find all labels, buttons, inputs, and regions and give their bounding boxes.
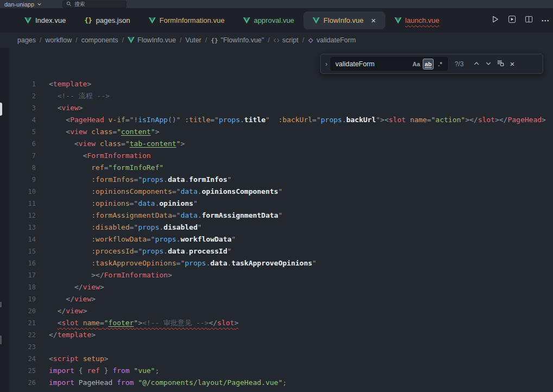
code-token: class	[91, 128, 112, 136]
more-actions-button[interactable]: ⋯	[539, 14, 552, 27]
code-area[interactable]: 1<template>2 <!-- 流程 -->3 <view>4 <PageH…	[0, 48, 553, 392]
close-tab-icon[interactable]: ×	[371, 16, 376, 24]
breadcrumb-separator: /	[180, 36, 181, 44]
code-line[interactable]: 13 :disabled="props.disabled"	[0, 222, 553, 233]
code-token: ></	[91, 271, 104, 279]
code-line[interactable]: 4 <PageHead v-if="!isInApp()" :title="pr…	[0, 114, 553, 126]
code-line[interactable]: 26import PageHead from "@/components/lay…	[0, 377, 553, 389]
code-line[interactable]: 22</template>	[0, 329, 553, 341]
code-line[interactable]: 19 </view>	[0, 293, 553, 305]
code-line[interactable]: 7 <FormInformation	[0, 150, 553, 162]
code-line[interactable]: 6 <view class="tab-content">	[0, 138, 553, 150]
match-case-button[interactable]: Aa	[411, 59, 422, 69]
breadcrumb-item[interactable]: FlowInfo.vue	[128, 36, 176, 44]
breadcrumb-item[interactable]: validateForm	[308, 36, 355, 44]
tab-forminformation-vue[interactable]: FormInformation.vue	[139, 11, 234, 29]
find-in-selection-icon	[497, 59, 504, 69]
code-line[interactable]: 1<template>	[0, 78, 553, 90]
code-token: <	[49, 80, 53, 88]
code-token: >	[104, 355, 109, 363]
tab-label: Index.vue	[35, 16, 66, 24]
code-line[interactable]: 12 :formAssignmentData="data.formAssignm…	[0, 210, 553, 222]
code-token: >	[155, 128, 160, 136]
breadcrumb-item[interactable]: script	[274, 36, 298, 44]
tab-pages-json[interactable]: {}pages.json	[75, 11, 139, 29]
breadcrumb-item[interactable]: components	[81, 36, 118, 44]
editor-actions: ⋯	[484, 8, 553, 33]
code-token: >	[234, 319, 239, 327]
toggle-replace-icon[interactable]: ›	[322, 60, 330, 68]
code-line[interactable]: 17 ></FormInformation>	[0, 269, 553, 281]
code-token: ;	[283, 378, 287, 387]
breadcrumb-label: script	[282, 36, 298, 44]
breadcrumb-label: Vuter	[186, 36, 201, 44]
split-editor-button[interactable]	[522, 14, 535, 27]
code-token: PageHead	[70, 116, 104, 124]
breadcrumb-item[interactable]: workflow	[46, 36, 72, 44]
tab-approval-vue[interactable]: approval.vue	[234, 11, 303, 29]
code-line[interactable]: 15 :processId="props.data.processId"	[0, 245, 553, 257]
code-line[interactable]: 9 :formInfos="props.data.formInfos"	[0, 174, 553, 186]
tab-launch-vue[interactable]: launch.vue	[385, 11, 449, 29]
code-token: =	[172, 211, 176, 219]
code-token: import	[49, 378, 74, 387]
previous-match-button[interactable]	[471, 58, 482, 70]
code-token: =	[125, 116, 130, 124]
run-dev-button[interactable]	[505, 14, 518, 27]
code-token: "	[151, 128, 155, 136]
code-token	[49, 175, 91, 184]
next-match-button[interactable]	[482, 58, 494, 70]
code-token: :backUrl	[278, 116, 313, 124]
code-token: FormInformation	[87, 151, 150, 160]
code-token: "vue"	[134, 366, 155, 375]
vue-icon	[24, 17, 31, 24]
code-line[interactable]: 24<script setup>	[0, 353, 553, 365]
gutter-mark	[0, 302, 2, 307]
code-line[interactable]: 23	[0, 341, 553, 353]
close-find-button[interactable]: ×	[506, 58, 518, 70]
code-line[interactable]: 18 </view>	[0, 281, 553, 293]
command-search-box[interactable]: 搜索	[62, 1, 126, 8]
code-line[interactable]: 10 :opinionsComponents="data.opinionsCom…	[0, 186, 553, 198]
left-gutter-strip	[0, 48, 9, 392]
code-line[interactable]: 20 </view>	[0, 305, 553, 317]
breadcrumb-item[interactable]: Vuter	[186, 36, 201, 44]
find-input[interactable]	[335, 60, 410, 68]
code-line[interactable]: 14 :workflowData="props.workflowData"	[0, 233, 553, 245]
code-line[interactable]: 5 <view class="content">	[0, 126, 553, 138]
breadcrumb-item[interactable]: {}"FlowInfo.vue"	[211, 36, 264, 44]
code-line[interactable]: 8 ref="formInfoRef"	[0, 162, 553, 174]
run-file-button[interactable]	[488, 14, 501, 27]
code-line[interactable]: 2 <!-- 流程 -->	[0, 90, 553, 102]
code-token: PageHead	[507, 116, 542, 124]
code-line[interactable]: 25import { ref } from "vue";	[0, 365, 553, 377]
code-token: content	[121, 128, 151, 136]
code-line[interactable]: 3 <view>	[0, 102, 553, 114]
code-token	[49, 271, 91, 279]
code-token: data	[168, 175, 185, 184]
code-token: ()	[168, 116, 176, 124]
code-text: <view class="tab-content">	[36, 138, 185, 150]
code-token: setup	[83, 355, 104, 363]
activity-indicator	[0, 103, 2, 116]
tab-label: FlowInfo.vue	[323, 16, 364, 24]
regex-button[interactable]: .*	[435, 59, 446, 69]
code-token	[49, 151, 83, 160]
code-line[interactable]: 16 :taskApproveOpinions="props.data.task…	[0, 257, 553, 269]
tab-index-vue[interactable]: Index.vue	[15, 11, 75, 29]
code-line[interactable]: 21 <slot name="footer"><!-- 审批意见 --></sl…	[0, 317, 553, 329]
code-token	[49, 283, 74, 291]
tab-flowinfo-vue[interactable]: FlowInfo.vue×	[303, 11, 385, 29]
code-token: .	[155, 199, 160, 207]
find-in-selection-button[interactable]	[494, 58, 506, 70]
code-token: <	[49, 355, 53, 363]
gutter-mark	[0, 336, 2, 344]
breadcrumb-item[interactable]: pages	[17, 36, 36, 44]
code-token	[49, 128, 66, 136]
code-line[interactable]: 11 :opinions="data.opinions"	[0, 198, 553, 210]
code-token: :formAssignmentData	[91, 211, 172, 219]
app-menu[interactable]: dan-uniapp	[0, 0, 46, 8]
whole-word-button[interactable]: ab	[423, 59, 434, 69]
code-token: props	[142, 175, 163, 184]
code-token: .	[227, 259, 232, 267]
